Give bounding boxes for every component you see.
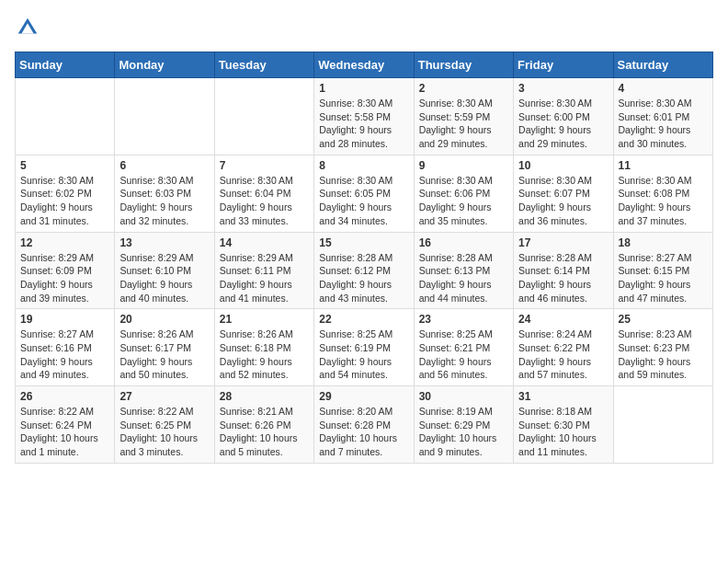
calendar-cell: 15Sunrise: 8:28 AM Sunset: 6:12 PM Dayli… [314,232,414,309]
calendar-cell: 31Sunrise: 8:18 AM Sunset: 6:30 PM Dayli… [514,386,613,464]
day-number: 25 [619,313,708,326]
day-info: Sunrise: 8:26 AM Sunset: 6:17 PM Dayligh… [119,327,209,382]
day-number: 8 [319,159,408,172]
calendar-cell: 25Sunrise: 8:23 AM Sunset: 6:23 PM Dayli… [613,309,712,386]
logo-icon [15,15,40,40]
day-info: Sunrise: 8:30 AM Sunset: 5:59 PM Dayligh… [419,97,508,151]
calendar-cell: 29Sunrise: 8:20 AM Sunset: 6:28 PM Dayli… [314,386,414,464]
calendar-table: SundayMondayTuesdayWednesdayThursdayFrid… [15,52,713,464]
calendar-cell: 24Sunrise: 8:24 AM Sunset: 6:22 PM Dayli… [514,309,613,386]
calendar-week-row: 1Sunrise: 8:30 AM Sunset: 5:58 PM Daylig… [16,78,713,155]
day-number: 1 [319,82,408,95]
day-number: 13 [119,236,209,249]
calendar-cell: 28Sunrise: 8:21 AM Sunset: 6:26 PM Dayli… [214,386,313,464]
day-number: 4 [619,82,708,95]
day-info: Sunrise: 8:30 AM Sunset: 6:02 PM Dayligh… [20,174,109,228]
day-info: Sunrise: 8:30 AM Sunset: 6:06 PM Dayligh… [419,174,508,228]
calendar-cell: 30Sunrise: 8:19 AM Sunset: 6:29 PM Dayli… [414,386,513,464]
calendar-cell: 2Sunrise: 8:30 AM Sunset: 5:59 PM Daylig… [414,78,513,155]
day-number: 26 [20,390,109,403]
day-info: Sunrise: 8:22 AM Sunset: 6:25 PM Dayligh… [119,405,209,459]
day-number: 6 [119,159,209,172]
day-number: 15 [319,236,408,249]
calendar-cell: 16Sunrise: 8:28 AM Sunset: 6:13 PM Dayli… [414,232,513,309]
day-info: Sunrise: 8:28 AM Sunset: 6:14 PM Dayligh… [518,251,608,305]
day-number: 20 [119,313,209,326]
day-number: 16 [419,236,508,249]
day-number: 21 [220,313,309,326]
weekday-header: Friday [514,52,613,78]
calendar-cell: 21Sunrise: 8:26 AM Sunset: 6:18 PM Dayli… [214,309,313,386]
day-info: Sunrise: 8:27 AM Sunset: 6:16 PM Dayligh… [20,327,109,382]
day-info: Sunrise: 8:30 AM Sunset: 6:04 PM Dayligh… [220,174,309,228]
day-number: 10 [518,159,608,172]
day-info: Sunrise: 8:21 AM Sunset: 6:26 PM Dayligh… [220,405,309,459]
day-info: Sunrise: 8:23 AM Sunset: 6:23 PM Dayligh… [619,327,708,382]
calendar-week-row: 5Sunrise: 8:30 AM Sunset: 6:02 PM Daylig… [16,155,713,232]
calendar-cell: 23Sunrise: 8:25 AM Sunset: 6:21 PM Dayli… [414,309,513,386]
day-number: 28 [220,390,309,403]
calendar-cell: 26Sunrise: 8:22 AM Sunset: 6:24 PM Dayli… [16,386,115,464]
logo [15,15,44,40]
day-info: Sunrise: 8:25 AM Sunset: 6:19 PM Dayligh… [319,327,408,382]
calendar-cell: 10Sunrise: 8:30 AM Sunset: 6:07 PM Dayli… [514,155,613,232]
calendar-cell: 27Sunrise: 8:22 AM Sunset: 6:25 PM Dayli… [115,386,214,464]
day-number: 23 [419,313,508,326]
day-info: Sunrise: 8:25 AM Sunset: 6:21 PM Dayligh… [419,327,508,382]
day-info: Sunrise: 8:29 AM Sunset: 6:09 PM Dayligh… [20,251,109,305]
calendar-cell: 11Sunrise: 8:30 AM Sunset: 6:08 PM Dayli… [613,155,712,232]
day-info: Sunrise: 8:30 AM Sunset: 5:58 PM Dayligh… [319,97,408,151]
day-info: Sunrise: 8:30 AM Sunset: 6:05 PM Dayligh… [319,174,408,228]
calendar-header: SundayMondayTuesdayWednesdayThursdayFrid… [16,52,713,78]
calendar-week-row: 12Sunrise: 8:29 AM Sunset: 6:09 PM Dayli… [16,232,713,309]
page-header [15,15,713,40]
calendar-cell: 7Sunrise: 8:30 AM Sunset: 6:04 PM Daylig… [214,155,313,232]
day-info: Sunrise: 8:29 AM Sunset: 6:11 PM Dayligh… [220,251,309,305]
day-info: Sunrise: 8:30 AM Sunset: 6:07 PM Dayligh… [518,174,608,228]
day-number: 19 [20,313,109,326]
calendar-cell: 17Sunrise: 8:28 AM Sunset: 6:14 PM Dayli… [514,232,613,309]
day-info: Sunrise: 8:30 AM Sunset: 6:01 PM Dayligh… [619,97,708,151]
calendar-week-row: 19Sunrise: 8:27 AM Sunset: 6:16 PM Dayli… [16,309,713,386]
calendar-cell: 19Sunrise: 8:27 AM Sunset: 6:16 PM Dayli… [16,309,115,386]
calendar-cell [214,78,313,155]
calendar-cell: 20Sunrise: 8:26 AM Sunset: 6:17 PM Dayli… [115,309,214,386]
calendar-cell: 4Sunrise: 8:30 AM Sunset: 6:01 PM Daylig… [613,78,712,155]
day-info: Sunrise: 8:22 AM Sunset: 6:24 PM Dayligh… [20,405,109,459]
day-info: Sunrise: 8:24 AM Sunset: 6:22 PM Dayligh… [518,327,608,382]
weekday-header: Sunday [16,52,115,78]
day-info: Sunrise: 8:30 AM Sunset: 6:08 PM Dayligh… [619,174,708,228]
weekday-header: Tuesday [214,52,313,78]
day-info: Sunrise: 8:30 AM Sunset: 6:03 PM Dayligh… [119,174,209,228]
day-number: 27 [119,390,209,403]
calendar-cell: 18Sunrise: 8:27 AM Sunset: 6:15 PM Dayli… [613,232,712,309]
calendar-cell: 3Sunrise: 8:30 AM Sunset: 6:00 PM Daylig… [514,78,613,155]
day-number: 11 [619,159,708,172]
day-number: 29 [319,390,408,403]
day-info: Sunrise: 8:29 AM Sunset: 6:10 PM Dayligh… [119,251,209,305]
day-number: 24 [518,313,608,326]
day-info: Sunrise: 8:27 AM Sunset: 6:15 PM Dayligh… [619,251,708,305]
weekday-header-row: SundayMondayTuesdayWednesdayThursdayFrid… [16,52,713,78]
calendar-week-row: 26Sunrise: 8:22 AM Sunset: 6:24 PM Dayli… [16,386,713,464]
day-number: 22 [319,313,408,326]
calendar-cell: 1Sunrise: 8:30 AM Sunset: 5:58 PM Daylig… [314,78,414,155]
day-number: 18 [619,236,708,249]
day-info: Sunrise: 8:28 AM Sunset: 6:13 PM Dayligh… [419,251,508,305]
weekday-header: Monday [115,52,214,78]
day-number: 9 [419,159,508,172]
day-info: Sunrise: 8:30 AM Sunset: 6:00 PM Dayligh… [518,97,608,151]
calendar-cell: 5Sunrise: 8:30 AM Sunset: 6:02 PM Daylig… [16,155,115,232]
calendar-cell [613,386,712,464]
calendar-cell [16,78,115,155]
calendar-cell: 9Sunrise: 8:30 AM Sunset: 6:06 PM Daylig… [414,155,513,232]
day-info: Sunrise: 8:20 AM Sunset: 6:28 PM Dayligh… [319,405,408,459]
weekday-header: Thursday [414,52,513,78]
weekday-header: Saturday [613,52,712,78]
calendar-cell: 12Sunrise: 8:29 AM Sunset: 6:09 PM Dayli… [16,232,115,309]
calendar-cell: 22Sunrise: 8:25 AM Sunset: 6:19 PM Dayli… [314,309,414,386]
day-number: 14 [220,236,309,249]
weekday-header: Wednesday [314,52,414,78]
calendar-cell: 14Sunrise: 8:29 AM Sunset: 6:11 PM Dayli… [214,232,313,309]
day-number: 7 [220,159,309,172]
